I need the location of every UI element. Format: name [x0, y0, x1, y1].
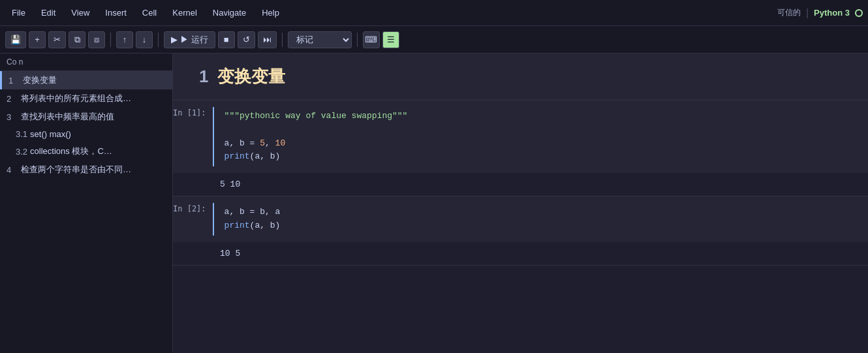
cell-1-line-2: a, b = 5, 10	[225, 137, 858, 151]
toc-num-1: 1	[8, 76, 20, 85]
menubar: File Edit View Insert Cell Kernel Naviga…	[0, 0, 868, 26]
notebook: 1 变换变量 In [1]: """pythonic way of value …	[173, 54, 868, 353]
cell-2-code[interactable]: a, b = b, a print(a, b)	[214, 203, 868, 236]
sidebar-item-2[interactable]: 2 将列表中的所有元素组合成…	[0, 89, 172, 108]
run-label: ▶ 运行	[180, 34, 208, 46]
cell-1-paren1: (a, b)	[250, 151, 281, 161]
cell-1-output: 5 10	[173, 173, 868, 196]
toc-label-2: 将列表中的所有元素组合成…	[21, 93, 131, 104]
menu-right: 可信的 | Python 3	[777, 7, 863, 19]
toc-label-3-1: set() max()	[30, 129, 71, 139]
menu-view[interactable]: View	[65, 5, 96, 20]
cell-2-output-text: 10 5	[220, 249, 240, 258]
cell-1: In [1]: """pythonic way of value swappin…	[173, 100, 868, 196]
section-title: 变换变量	[217, 65, 285, 88]
trusted-label: 可信的	[777, 7, 801, 18]
menu-file[interactable]: File	[5, 5, 32, 20]
cell-1-a: a, b =	[225, 138, 260, 148]
stop-button[interactable]: ■	[218, 31, 235, 48]
cell-1-10: 10	[275, 138, 286, 148]
cell-2-line-1: a, b = b, a	[225, 206, 858, 219]
sidebar-item-3-1[interactable]: 3.1 set() max()	[0, 126, 172, 142]
cell-1-line-1: """pythonic way of value swapping"""	[225, 110, 858, 123]
move-up-button[interactable]: ↑	[116, 31, 133, 48]
sidebar-title: Co n	[7, 57, 23, 67]
paste-button[interactable]: ⧇	[88, 31, 105, 48]
cell-2-input[interactable]: In [2]: a, b = b, a print(a, b)	[173, 196, 868, 242]
toc-label-4: 检查两个字符串是否由不同…	[21, 164, 131, 176]
sidebar-item-3-2[interactable]: 3.2 collections 模块，C…	[0, 142, 172, 161]
cell-2-line-2: print(a, b)	[225, 219, 858, 233]
toc-num-3: 3	[7, 112, 18, 122]
cell-2-output: 10 5	[173, 242, 868, 265]
menu-help[interactable]: Help	[255, 5, 286, 20]
cell-1-label: In [1]:	[173, 107, 213, 166]
move-down-button[interactable]: ↓	[136, 31, 153, 48]
toc-num-2: 2	[7, 94, 18, 104]
section-heading: 1 变换变量	[173, 54, 868, 100]
cell-1-print: print	[225, 151, 250, 161]
toc-num-3-1: 3.1	[16, 129, 27, 139]
toc-label-3: 查找列表中频率最高的值	[21, 111, 114, 123]
cell-type-select[interactable]: 标记 Code Markdown	[288, 31, 352, 48]
kernel-status-icon	[855, 9, 863, 17]
save-button[interactable]: 💾	[5, 31, 26, 48]
cell-1-comma: ,	[265, 138, 275, 148]
menu-edit[interactable]: Edit	[35, 5, 62, 20]
add-cell-button[interactable]: +	[29, 31, 46, 48]
sidebar-header: Co n	[0, 54, 172, 71]
run-button[interactable]: ▶ ▶ 运行	[164, 31, 215, 48]
toc-label-3-2: collections 模块，C…	[30, 146, 112, 157]
sidebar-item-3[interactable]: 3 查找列表中频率最高的值	[0, 108, 172, 126]
cell-1-line-blank	[225, 123, 858, 137]
menu-kernel[interactable]: Kernel	[166, 5, 204, 20]
restart-button[interactable]: ↺	[238, 31, 255, 48]
toolbar-separator-1	[110, 33, 111, 47]
keyboard-button[interactable]: ⌨	[363, 31, 380, 48]
cell-1-5: 5	[260, 138, 265, 148]
sidebar-item-1[interactable]: 1 变换变量	[0, 71, 172, 89]
python-badge: Python 3	[814, 8, 850, 18]
main-layout: Co n 1 变换变量 2 将列表中的所有元素组合成… 3 查找列表中频率最高的…	[0, 54, 868, 353]
toc-num-3-2: 3.2	[16, 147, 27, 157]
copy-button[interactable]: ⧉	[69, 31, 85, 48]
cell-2-swap: a, b = b, a	[225, 207, 281, 217]
cell-2-print: print	[225, 221, 250, 230]
toolbar-separator-3	[282, 33, 283, 47]
cell-1-input[interactable]: In [1]: """pythonic way of value swappin…	[173, 100, 868, 173]
cell-1-code[interactable]: """pythonic way of value swapping""" a, …	[214, 107, 868, 166]
cut-button[interactable]: ✂	[48, 31, 66, 48]
menu-navigate[interactable]: Navigate	[206, 5, 253, 20]
menu-cell[interactable]: Cell	[136, 5, 163, 20]
sidebar-item-4[interactable]: 4 检查两个字符串是否由不同…	[0, 161, 172, 179]
cell-2-label: In [2]:	[173, 203, 213, 236]
fast-forward-button[interactable]: ⏭	[258, 31, 277, 48]
list-button[interactable]: ☰	[382, 31, 399, 48]
toc-label-1: 变换变量	[23, 74, 57, 86]
sidebar: Co n 1 变换变量 2 将列表中的所有元素组合成… 3 查找列表中频率最高的…	[0, 54, 173, 353]
cell-1-line-3: print(a, b)	[225, 150, 858, 164]
toolbar: 💾 + ✂ ⧉ ⧇ ↑ ↓ ▶ ▶ 运行 ■ ↺ ⏭ 标记 Code Markd…	[0, 26, 868, 54]
toc-num-4: 4	[7, 165, 18, 175]
cell-1-output-text: 5 10	[220, 179, 240, 189]
cell-2-paren: (a, b)	[250, 221, 281, 230]
cell-2: In [2]: a, b = b, a print(a, b) 10 5	[173, 196, 868, 266]
cell-1-str: """pythonic way of value swapping"""	[225, 111, 408, 121]
run-icon: ▶	[171, 35, 178, 44]
toolbar-separator-4	[357, 33, 358, 47]
toolbar-separator-2	[158, 33, 159, 47]
menu-insert[interactable]: Insert	[99, 5, 133, 20]
section-num: 1	[199, 67, 208, 87]
